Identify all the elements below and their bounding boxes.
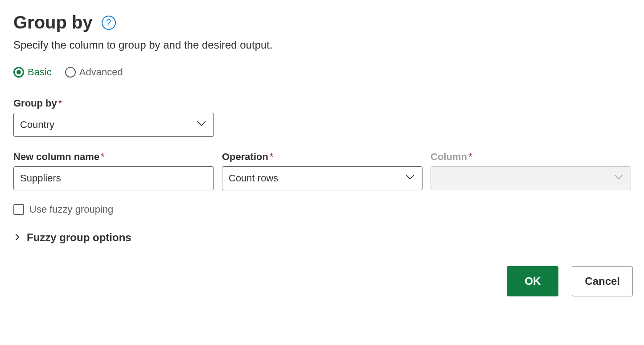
radio-advanced-label: Advanced (79, 66, 123, 78)
cancel-button[interactable]: Cancel (572, 266, 633, 296)
radio-icon (13, 67, 24, 78)
fuzzy-grouping-checkbox[interactable]: Use fuzzy grouping (13, 204, 631, 215)
radio-advanced[interactable]: Advanced (65, 66, 123, 78)
radio-icon (65, 67, 76, 78)
checkbox-icon (13, 204, 24, 215)
column-select (431, 166, 631, 190)
fuzzy-options-label: Fuzzy group options (27, 231, 131, 244)
fuzzy-grouping-label: Use fuzzy grouping (29, 204, 113, 215)
group-by-label: Group by* (13, 98, 631, 109)
chevron-right-icon (13, 233, 21, 242)
operation-select[interactable]: Count rows (222, 166, 422, 190)
dialog-subtitle: Specify the column to group by and the d… (13, 39, 631, 51)
chevron-down-icon (196, 118, 207, 132)
radio-basic[interactable]: Basic (13, 66, 52, 78)
operation-value: Count rows (229, 172, 278, 184)
dialog-title: Group by (13, 12, 93, 33)
radio-basic-label: Basic (28, 66, 52, 78)
new-column-name-label: New column name* (13, 151, 214, 163)
group-by-value: Country (20, 119, 54, 131)
new-column-name-input[interactable] (13, 166, 214, 190)
group-by-select[interactable]: Country (13, 113, 214, 137)
chevron-down-icon (404, 171, 416, 185)
fuzzy-options-expander[interactable]: Fuzzy group options (13, 231, 631, 244)
help-icon[interactable]: ? (102, 16, 116, 30)
mode-radio-group: Basic Advanced (13, 66, 631, 78)
column-label: Column* (431, 151, 631, 163)
ok-button[interactable]: OK (507, 266, 558, 296)
operation-label: Operation* (222, 151, 422, 163)
dialog-footer: OK Cancel (13, 266, 633, 296)
chevron-down-icon (613, 171, 624, 185)
